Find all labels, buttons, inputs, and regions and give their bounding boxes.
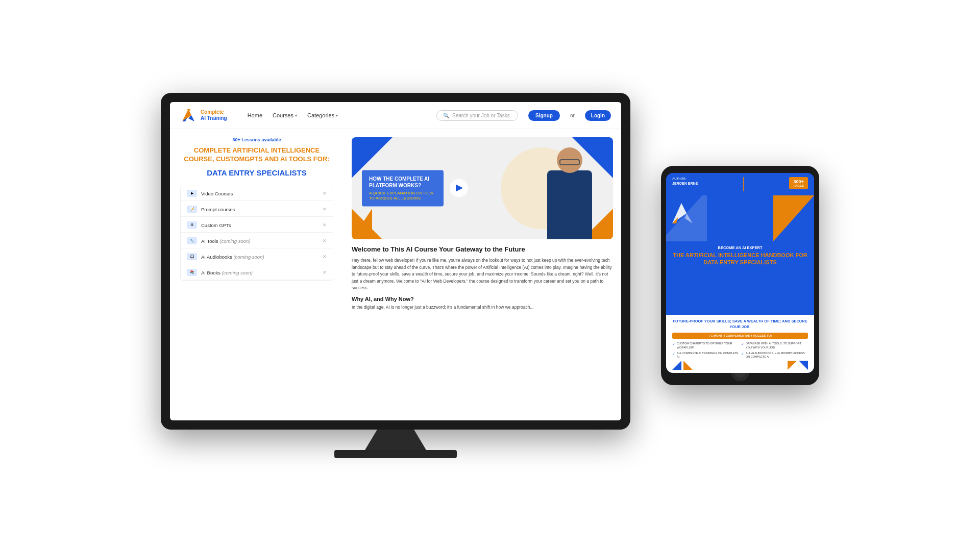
bottom-tri-blue-1: [672, 361, 681, 370]
book-middle: BECOME AN AI EXPERT THE ARTIFICIAL INTEL…: [666, 241, 814, 315]
ai-books-icon: 📚: [187, 269, 197, 276]
ai-tools-icon: 🔧: [187, 237, 197, 244]
tablet-body: AUTHOR: JEROEN ERNÉ 300+ PAGES: [661, 166, 819, 385]
monitor-body: Complete AI Training Home Courses ▾ Cate…: [161, 93, 630, 430]
sidebar-item-video-courses[interactable]: ▶ Video Courses ✕: [181, 186, 333, 201]
article-heading: Welcome to This AI Course Your Gateway t…: [352, 245, 613, 253]
monitor-stand: [365, 430, 426, 450]
book-bottom-triangles: [672, 361, 808, 370]
feature-check-2: ✓: [741, 342, 744, 346]
logo-ai-training: AI Training: [201, 115, 227, 121]
feature-text-1: CUSTOM CHATGPTS TO OPTIMIZE YOUR WORKFLO…: [677, 342, 739, 349]
video-preview[interactable]: HOW THE COMPLETE AI PLATFORM WORKS? A QU…: [352, 137, 613, 239]
feature-check-3: ✓: [672, 352, 675, 356]
prompt-courses-close-icon[interactable]: ✕: [323, 207, 327, 212]
bottom-tri-left-group: [672, 361, 693, 370]
author-name: JEROEN ERNÉ: [672, 181, 698, 186]
book-author: AUTHOR: JEROEN ERNÉ: [672, 177, 698, 186]
search-bar[interactable]: 🔍 Search your Job or Tasks: [436, 110, 518, 121]
book-access-badge: + 1 MONTH COMPLIMENTARY ACCESS TO:: [672, 333, 808, 339]
ai-audiobooks-close-icon[interactable]: ✕: [323, 254, 327, 259]
site-content: 30+ Lessons available COMPLETE ARTIFICIA…: [170, 129, 621, 420]
logo-text: Complete AI Training: [201, 109, 227, 121]
login-button[interactable]: Login: [585, 110, 611, 121]
ai-books-close-icon[interactable]: ✕: [323, 270, 327, 275]
or-text: or: [570, 113, 575, 118]
person-illustration: [542, 145, 598, 239]
sidebar-menu: ▶ Video Courses ✕ 📝 Prompt courses ✕ ⚙: [180, 186, 333, 281]
book-features: ✓ CUSTOM CHATGPTS TO OPTIMIZE YOUR WORKF…: [672, 342, 808, 359]
ai-tools-close-icon[interactable]: ✕: [323, 238, 327, 243]
sidebar-item-ai-books[interactable]: 📚 AI Books (coming soon) ✕: [181, 265, 333, 280]
ai-audiobooks-icon: 🎧: [187, 253, 197, 260]
site-nav: Home Courses ▾ Categories ▾: [248, 112, 338, 118]
right-content: HOW THE COMPLETE AI PLATFORM WORKS? A QU…: [344, 129, 621, 420]
bottom-tri-orange-1: [683, 361, 693, 370]
prompt-courses-label: Prompt courses: [201, 207, 318, 212]
book-feature-4: ✓ ALL AI AUDIOBOOKS, + AI PROMPT ACCESS …: [741, 352, 808, 359]
bottom-tri-right-group: [788, 361, 808, 370]
sidebar-item-ai-audiobooks[interactable]: 🎧 AI Audiobooks (coming soon) ✕: [181, 249, 333, 264]
site-header: Complete AI Training Home Courses ▾ Cate…: [170, 102, 621, 129]
lessons-badge: 30+ Lessons available: [180, 137, 333, 142]
book-main-title: THE ARTIFICIAL INTELLIGENCE HANDBOOK FOR…: [672, 252, 808, 266]
book-feature-3: ✓ ALL COMPLETE AI TRAININGS ON COMPLETE …: [672, 352, 739, 359]
video-courses-label: Video Courses: [201, 191, 318, 196]
feature-check-4: ✓: [741, 352, 744, 356]
book-cover: AUTHOR: JEROEN ERNÉ 300+ PAGES: [666, 173, 814, 373]
pages-label: PAGES: [793, 184, 804, 187]
svg-marker-0: [182, 109, 191, 121]
video-courses-close-icon[interactable]: ✕: [323, 191, 327, 196]
signup-button[interactable]: Signup: [528, 110, 560, 121]
course-title-blue: DATA ENTRY SPECIALISTS: [180, 168, 333, 178]
nav-home[interactable]: Home: [248, 112, 262, 118]
svg-marker-4: [672, 203, 687, 223]
article-partial-text: In the digital age, AI is no longer just…: [352, 304, 613, 311]
categories-chevron-icon: ▾: [336, 113, 338, 118]
feature-check-1: ✓: [672, 342, 675, 346]
search-placeholder-text: Search your Job or Tasks: [452, 113, 510, 118]
prompt-courses-icon: 📝: [187, 206, 197, 213]
monitor-screen: Complete AI Training Home Courses ▾ Cate…: [170, 102, 621, 420]
logo-complete: Complete: [201, 109, 227, 115]
video-title: HOW THE COMPLETE AI PLATFORM WORKS?: [369, 176, 436, 189]
book-feature-2: ✓ DATABASE WITH AI TOOLS, TO SUPPORT YOU…: [741, 342, 808, 349]
sidebar-item-custom-gpts[interactable]: ⚙ Custom GPTs ✕: [181, 218, 333, 233]
monitor-base: [334, 450, 457, 458]
divider: [743, 177, 744, 191]
video-preview-inner: HOW THE COMPLETE AI PLATFORM WORKS? A QU…: [352, 137, 613, 239]
custom-gpts-icon: ⚙: [187, 221, 197, 229]
video-courses-icon: ▶: [187, 190, 197, 197]
ai-books-label: AI Books (coming soon): [201, 270, 318, 276]
sidebar-item-ai-tools[interactable]: 🔧 AI Tools (coming soon) ✕: [181, 234, 333, 248]
article-section: Welcome to This AI Course Your Gateway t…: [352, 245, 613, 412]
book-pages-badge: 300+ PAGES: [789, 177, 808, 189]
article-body: Hey there, fellow web developer! If you'…: [352, 257, 613, 292]
left-panel: 30+ Lessons available COMPLETE ARTIFICIA…: [170, 129, 344, 420]
video-subtitle: A QUICK EXPLANATION ON HOW TO ACCESS ALL…: [369, 191, 436, 202]
custom-gpts-close-icon[interactable]: ✕: [323, 222, 327, 228]
feature-text-2: DATABASE WITH AI TOOLS, TO SUPPORT YOU W…: [746, 342, 808, 349]
nav-courses[interactable]: Courses ▾: [273, 112, 297, 118]
play-button[interactable]: [450, 179, 468, 197]
feature-text-3: ALL COMPLETE AI TRAININGS ON COMPLETE AI: [677, 352, 739, 359]
tablet-wrapper: AUTHOR: JEROEN ERNÉ 300+ PAGES: [661, 166, 819, 385]
book-feature-1: ✓ CUSTOM CHATGPTS TO OPTIMIZE YOUR WORKF…: [672, 342, 739, 349]
sidebar-item-prompt-courses[interactable]: 📝 Prompt courses ✕: [181, 202, 333, 217]
courses-chevron-icon: ▾: [295, 113, 297, 118]
logo-area: Complete AI Training: [180, 107, 227, 123]
nav-categories[interactable]: Categories ▾: [307, 112, 338, 118]
book-top-bar: AUTHOR: JEROEN ERNÉ 300+ PAGES: [666, 173, 814, 195]
book-become: BECOME AN AI EXPERT: [718, 245, 763, 250]
ai-tools-label: AI Tools (coming soon): [201, 238, 318, 244]
course-title-orange: COMPLETE ARTIFICIAL INTELLIGENCE COURSE,…: [180, 146, 333, 164]
tablet-screen: AUTHOR: JEROEN ERNÉ 300+ PAGES: [666, 173, 814, 373]
logo-icon: [180, 107, 197, 123]
article-subheading: Why AI, and Why Now?: [352, 296, 613, 302]
svg-marker-5: [685, 213, 693, 223]
bottom-tri-orange-2: [788, 361, 797, 370]
author-label: AUTHOR:: [672, 177, 698, 181]
ai-audiobooks-label: AI Audiobooks (coming soon): [201, 254, 318, 260]
video-text-block: HOW THE COMPLETE AI PLATFORM WORKS? A QU…: [362, 170, 444, 207]
book-tri-orange: [773, 195, 814, 241]
